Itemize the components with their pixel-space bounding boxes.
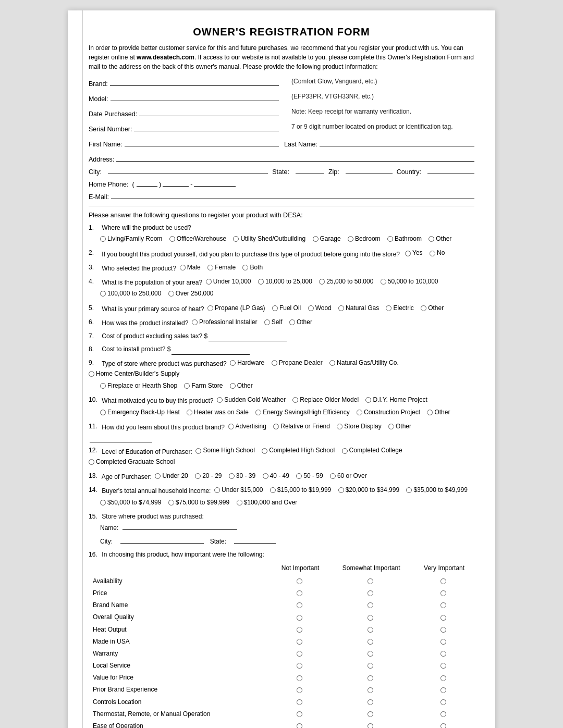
q2-option-yes[interactable]: Yes: [405, 248, 423, 258]
phone-number[interactable]: [194, 178, 236, 187]
q9-option-propane[interactable]: Propane Dealer: [272, 358, 323, 368]
q10-option-diy[interactable]: D.I.Y. Home Project: [365, 395, 427, 405]
importance-not-radio[interactable]: [272, 720, 328, 728]
q1-option-living[interactable]: Living/Family Room: [100, 234, 162, 244]
q12-option-grad[interactable]: Completed Graduate School: [89, 457, 175, 467]
q1-option-garage[interactable]: Garage: [313, 234, 341, 244]
importance-not-radio[interactable]: [272, 672, 328, 684]
q14-option-over100k[interactable]: $100,000 and Over: [237, 498, 298, 508]
q9-option-natgas[interactable]: Natural Gas/Utility Co.: [329, 358, 399, 368]
q14-option-75-99k[interactable]: $75,000 to $99,999: [168, 498, 229, 508]
q6-option-self[interactable]: Self: [264, 317, 283, 327]
zip-input[interactable]: [346, 166, 393, 174]
importance-not-radio[interactable]: [272, 587, 328, 599]
q5-option-other[interactable]: Other: [421, 303, 444, 313]
q4-option-under10k[interactable]: Under 10,000: [206, 277, 251, 287]
email-input[interactable]: [111, 191, 474, 199]
q11-option-store[interactable]: Store Display: [337, 422, 381, 431]
importance-somewhat-radio[interactable]: [328, 720, 414, 728]
q9-option-fireplace[interactable]: Fireplace or Hearth Shop: [100, 381, 177, 391]
q11-other-input[interactable]: [90, 435, 152, 442]
importance-very-radio[interactable]: [414, 587, 474, 599]
q4-option-25-50k[interactable]: 25,000 to 50,000: [319, 277, 373, 287]
q4-option-100-250k[interactable]: 100,000 to 250,000: [100, 289, 161, 299]
importance-not-radio[interactable]: [272, 660, 328, 672]
q5-option-fueloil[interactable]: Fuel Oil: [272, 303, 301, 313]
importance-not-radio[interactable]: [272, 611, 328, 623]
q1-option-bedroom[interactable]: Bedroom: [348, 234, 381, 244]
importance-not-radio[interactable]: [272, 684, 328, 696]
address-input[interactable]: [116, 153, 474, 162]
q14-option-35-49k[interactable]: $35,000 to $49,999: [406, 485, 467, 495]
importance-somewhat-radio[interactable]: [328, 587, 414, 599]
q1-option-office[interactable]: Office/Warehouse: [169, 234, 226, 244]
importance-somewhat-radio[interactable]: [328, 708, 414, 720]
q9-option-homecenter[interactable]: Home Center/Builder's Supply: [89, 369, 179, 379]
model-input[interactable]: [111, 93, 279, 101]
q4-option-10-25k[interactable]: 10,000 to 25,000: [258, 277, 312, 287]
importance-very-radio[interactable]: [414, 708, 474, 720]
importance-very-radio[interactable]: [414, 624, 474, 636]
q12-option-college[interactable]: Completed College: [342, 446, 402, 455]
serial-input[interactable]: [134, 123, 279, 131]
importance-very-radio[interactable]: [414, 575, 474, 587]
q3-option-male[interactable]: Male: [180, 263, 201, 273]
importance-somewhat-radio[interactable]: [328, 636, 414, 648]
q14-option-50-74k[interactable]: $50,000 to $74,999: [100, 498, 161, 508]
q5-option-wood[interactable]: Wood: [308, 303, 332, 313]
q7-cost-input[interactable]: [209, 334, 287, 341]
q10-option-replace[interactable]: Replace Older Model: [292, 395, 359, 405]
importance-very-radio[interactable]: [414, 660, 474, 672]
q10-option-other[interactable]: Other: [427, 408, 450, 417]
q10-option-construction[interactable]: Construction Project: [357, 408, 420, 417]
q5-option-electric[interactable]: Electric: [386, 303, 413, 313]
q10-option-savings[interactable]: Energy Savings/High Efficiency: [255, 408, 350, 417]
state-input[interactable]: [296, 166, 324, 174]
q10-option-backup[interactable]: Emergency Back-Up Heat: [100, 408, 180, 417]
q12-option-complhigh[interactable]: Completed High School: [262, 446, 335, 455]
importance-very-radio[interactable]: [414, 599, 474, 611]
importance-not-radio[interactable]: [272, 624, 328, 636]
q11-option-other[interactable]: Other: [388, 422, 411, 431]
q1-option-other[interactable]: Other: [429, 234, 451, 244]
q10-option-cold[interactable]: Sudden Cold Weather: [217, 395, 286, 405]
firstname-input[interactable]: [125, 138, 279, 146]
importance-not-radio[interactable]: [272, 636, 328, 648]
importance-somewhat-radio[interactable]: [328, 599, 414, 611]
q13-option-60over[interactable]: 60 or Over: [330, 471, 367, 481]
q5-option-naturalgas[interactable]: Natural Gas: [338, 303, 379, 313]
country-input[interactable]: [427, 166, 474, 174]
q13-option-40-49[interactable]: 40 - 49: [263, 471, 289, 481]
q13-option-under20[interactable]: Under 20: [155, 471, 188, 481]
importance-very-radio[interactable]: [414, 684, 474, 696]
importance-very-radio[interactable]: [414, 720, 474, 728]
importance-somewhat-radio[interactable]: [328, 672, 414, 684]
q14-option-15-19k[interactable]: $15,000 to $19,999: [270, 485, 331, 495]
importance-very-radio[interactable]: [414, 648, 474, 660]
q10-option-sale[interactable]: Heater was on Sale: [187, 408, 249, 417]
importance-not-radio[interactable]: [272, 696, 328, 708]
q14-option-under15k[interactable]: Under $15,000: [214, 485, 263, 495]
q14-option-20-34k[interactable]: $20,000 to $34,999: [338, 485, 399, 495]
q1-option-utility[interactable]: Utility Shed/Outbuilding: [233, 234, 305, 244]
q15-name-input[interactable]: [123, 522, 237, 530]
importance-somewhat-radio[interactable]: [328, 684, 414, 696]
q15-city-input[interactable]: [120, 535, 204, 544]
importance-not-radio[interactable]: [272, 648, 328, 660]
importance-not-radio[interactable]: [272, 599, 328, 611]
q3-option-both[interactable]: Both: [242, 263, 263, 273]
q6-option-pro[interactable]: Professional Installer: [192, 317, 257, 327]
q3-option-female[interactable]: Female: [207, 263, 236, 273]
importance-very-radio[interactable]: [414, 636, 474, 648]
q2-option-no[interactable]: No: [430, 248, 445, 258]
q13-option-50-59[interactable]: 50 - 59: [296, 471, 323, 481]
importance-somewhat-radio[interactable]: [328, 611, 414, 623]
q15-state-input[interactable]: [234, 535, 276, 544]
q4-option-50-100k[interactable]: 50,000 to 100,000: [381, 277, 438, 287]
q11-option-relative[interactable]: Relative or Friend: [273, 422, 330, 431]
q13-option-20-29[interactable]: 20 - 29: [195, 471, 222, 481]
date-input[interactable]: [139, 108, 279, 116]
q9-option-farmstore[interactable]: Farm Store: [184, 381, 223, 391]
q9-option-other[interactable]: Other: [230, 381, 253, 391]
city-input[interactable]: [108, 166, 268, 174]
